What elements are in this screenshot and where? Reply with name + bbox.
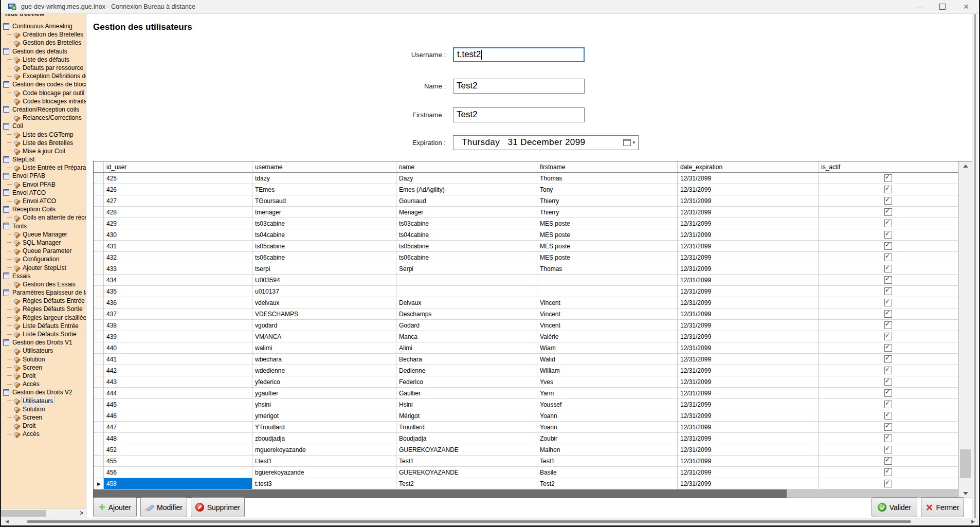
cell-username[interactable]: TEmes bbox=[252, 184, 396, 195]
cell-id_user[interactable]: 434 bbox=[104, 275, 252, 286]
cell-id_user[interactable]: 444 bbox=[104, 388, 252, 399]
column-header-date_expiration[interactable]: date_expiration bbox=[678, 161, 819, 172]
tree-leaf[interactable]: ⚙Coils en attente de réception bbox=[1, 213, 86, 222]
grid-scrollbar-thumb[interactable] bbox=[960, 449, 971, 478]
is-actif-checkbox[interactable]: ✓ bbox=[884, 265, 892, 272]
cell-name[interactable]: ts04cabine bbox=[396, 229, 537, 241]
cell-date_expiration[interactable]: 12/31/2099 bbox=[678, 207, 819, 218]
tree-leaf[interactable]: ⚙Accès bbox=[1, 380, 86, 388]
table-row[interactable]: ▶458t.test3Test2Test212/31/2099✓ bbox=[94, 478, 972, 489]
cell-date_expiration[interactable]: 12/31/2099 bbox=[678, 399, 819, 410]
cell-username[interactable]: bguerekoyazande bbox=[252, 467, 396, 478]
cell-id_user[interactable]: 458 bbox=[104, 478, 252, 489]
cell-name[interactable]: ts06cabine bbox=[396, 252, 537, 263]
column-header-firstname[interactable]: firstname bbox=[537, 161, 678, 172]
tree-leaf[interactable]: ⚙Règles Défauts Sortie bbox=[1, 305, 86, 313]
edit-button[interactable]: Modifier bbox=[140, 497, 187, 517]
cell-firstname[interactable]: Yann bbox=[537, 388, 678, 399]
tree-leaf[interactable]: ⚙Accès bbox=[1, 430, 86, 438]
cell-firstname[interactable]: Yves bbox=[537, 376, 678, 388]
tree-node[interactable]: Continuous Annealing bbox=[1, 22, 86, 30]
tree-leaf[interactable]: ⚙Liste des défauts bbox=[1, 56, 86, 64]
tree-node[interactable]: Gestion des défauts bbox=[1, 47, 86, 56]
column-header-id_user[interactable]: id_user bbox=[104, 161, 252, 172]
table-row[interactable]: 428tmenagerMénagerThierry12/31/2099✓ bbox=[94, 207, 972, 218]
tree-leaf[interactable]: ⚙Screen bbox=[1, 364, 86, 372]
cell-date_expiration[interactable]: 12/31/2099 bbox=[678, 365, 819, 376]
cell-id_user[interactable]: 438 bbox=[104, 320, 252, 331]
table-row[interactable]: 433tserpiSerpiThomas12/31/2099✓ bbox=[94, 263, 972, 275]
tree-leaf[interactable]: ⚙Mise à jour Coil bbox=[1, 147, 86, 155]
cell-id_user[interactable]: 437 bbox=[104, 308, 252, 320]
tree-leaf[interactable]: ⚙Screen bbox=[1, 413, 86, 422]
is-actif-checkbox[interactable]: ✓ bbox=[884, 220, 892, 227]
cell-firstname[interactable]: Malhon bbox=[537, 444, 678, 456]
cell-date_expiration[interactable]: 12/31/2099 bbox=[678, 275, 819, 286]
table-row[interactable]: 434U00359412/31/2099✓ bbox=[94, 275, 972, 286]
table-row[interactable]: 455t.test1Test1Test112/31/2099✓ bbox=[94, 456, 972, 467]
cell-name[interactable]: Boudjadja bbox=[396, 433, 537, 444]
tree-leaf[interactable]: ⚙Utilisateurs bbox=[1, 347, 86, 355]
cell-id_user[interactable]: 429 bbox=[104, 218, 252, 229]
tree-node[interactable]: Gestion des Droits V2 bbox=[1, 388, 86, 396]
cell-firstname[interactable]: Valérie bbox=[537, 331, 678, 342]
cell-username[interactable]: walimi bbox=[252, 342, 396, 354]
cell-name[interactable]: Deschamps bbox=[396, 308, 537, 320]
table-row[interactable]: 452mguerekoyazandeGUEREKOYAZANDEMalhon12… bbox=[94, 444, 972, 456]
grid-vertical-scrollbar[interactable] bbox=[958, 161, 972, 498]
cell-username[interactable]: TGoursaud bbox=[252, 195, 396, 207]
tree-leaf[interactable]: ⚙Configuration bbox=[1, 255, 86, 263]
cell-name[interactable]: Serpi bbox=[396, 263, 537, 275]
cell-name[interactable]: Federico bbox=[396, 376, 537, 388]
cell-username[interactable]: t.test1 bbox=[252, 456, 396, 467]
cell-date_expiration[interactable]: 12/31/2099 bbox=[678, 354, 819, 365]
tree-node[interactable]: StepList bbox=[1, 155, 86, 163]
column-header-username[interactable]: username bbox=[252, 161, 396, 172]
cell-username[interactable]: tdazy bbox=[252, 173, 396, 184]
is-actif-checkbox[interactable]: ✓ bbox=[884, 344, 892, 352]
is-actif-checkbox[interactable]: ✓ bbox=[884, 287, 892, 295]
tree-leaf[interactable]: ⚙Gestion des Bretelles bbox=[1, 39, 86, 47]
is-actif-checkbox[interactable]: ✓ bbox=[884, 242, 892, 250]
tree-node[interactable]: Création/Réception coils bbox=[1, 105, 86, 114]
cell-firstname[interactable]: MES poste bbox=[537, 241, 678, 252]
cell-id_user[interactable]: 427 bbox=[104, 195, 252, 207]
cell-date_expiration[interactable]: 12/31/2099 bbox=[678, 297, 819, 308]
name-input[interactable]: Test2 bbox=[453, 79, 585, 94]
cell-id_user[interactable]: 431 bbox=[104, 241, 252, 252]
tree-leaf[interactable]: ⚙Ajouter StepList bbox=[1, 263, 86, 271]
cell-firstname[interactable]: Walid bbox=[537, 354, 678, 365]
is-actif-checkbox[interactable]: ✓ bbox=[884, 276, 892, 284]
cell-date_expiration[interactable]: 12/31/2099 bbox=[678, 410, 819, 422]
cell-date_expiration[interactable]: 12/31/2099 bbox=[678, 252, 819, 263]
cell-id_user[interactable]: 455 bbox=[104, 456, 252, 467]
table-row[interactable]: 440walimiAlimiWiam12/31/2099✓ bbox=[94, 342, 972, 354]
tree-node[interactable]: Gestion des Droits V1 bbox=[1, 338, 86, 347]
column-header-is_actif[interactable]: is_actif bbox=[819, 161, 958, 172]
table-row[interactable]: 456bguerekoyazandeGUEREKOYAZANDEBasile12… bbox=[94, 467, 972, 478]
table-row[interactable]: 431ts05cabinets05cabineMES poste12/31/20… bbox=[94, 241, 972, 252]
is-actif-checkbox[interactable]: ✓ bbox=[884, 299, 892, 306]
cell-name[interactable]: Bechara bbox=[396, 354, 537, 365]
cell-id_user[interactable]: 428 bbox=[104, 207, 252, 218]
cell-id_user[interactable]: 447 bbox=[104, 422, 252, 433]
table-row[interactable]: 426TEmesEmes (AdAgility)Tony12/31/2099✓ bbox=[94, 184, 972, 195]
table-row[interactable]: 445yhsiniHsiniYoussef12/31/2099✓ bbox=[94, 399, 972, 410]
cell-name[interactable]: GUEREKOYAZANDE bbox=[396, 444, 537, 456]
table-row[interactable]: 432ts06cabinets06cabineMES poste12/31/20… bbox=[94, 252, 972, 263]
cell-date_expiration[interactable]: 12/31/2099 bbox=[678, 467, 819, 478]
hide-treeview-button[interactable]: hide treeview bbox=[1, 14, 86, 19]
is-actif-checkbox[interactable]: ✓ bbox=[884, 186, 892, 193]
is-actif-checkbox[interactable]: ✓ bbox=[884, 378, 892, 386]
cell-id_user[interactable]: 446 bbox=[104, 410, 252, 422]
tree-leaf[interactable]: ⚙Liste des CGTemp bbox=[1, 130, 86, 138]
cell-name[interactable]: Dedienne bbox=[396, 365, 537, 376]
cell-username[interactable]: yfederico bbox=[252, 376, 396, 388]
is-actif-checkbox[interactable]: ✓ bbox=[884, 468, 892, 476]
is-actif-checkbox[interactable]: ✓ bbox=[884, 367, 892, 374]
is-actif-checkbox[interactable]: ✓ bbox=[884, 355, 892, 363]
cell-username[interactable]: vgodard bbox=[252, 320, 396, 331]
add-button[interactable]: + Ajouter bbox=[93, 497, 137, 517]
cell-username[interactable]: ts03cabine bbox=[252, 218, 396, 229]
cell-name[interactable]: Test1 bbox=[396, 456, 537, 467]
